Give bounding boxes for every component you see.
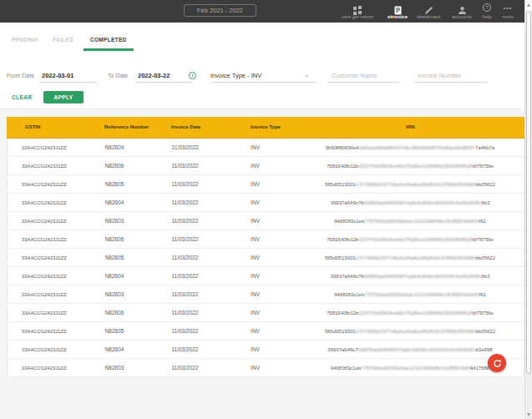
cell-invoice-type: INV	[246, 310, 296, 316]
nav-label: more	[489, 14, 527, 19]
cell-invoice-type: INV	[246, 255, 296, 260]
table-row[interactable]: 33AACCG2423J1ZZ N82606 11/03/2022 INV 75…	[7, 230, 524, 249]
apply-button[interactable]: APPLY	[43, 91, 84, 103]
scrollbar-thumb[interactable]	[526, 12, 531, 374]
cell-invoice-date: 11/03/2022	[167, 236, 246, 242]
cell-reference-number: N82605	[101, 181, 168, 187]
refresh-fab[interactable]	[488, 354, 506, 372]
period-selector[interactable]: Feb 2021 - 2022	[184, 4, 256, 17]
cell-invoice-date: 11/03/2022	[167, 163, 246, 169]
cell-invoice-date: 11/03/2022	[167, 218, 246, 224]
tab-pending[interactable]: PENDING	[12, 37, 38, 43]
table-row[interactable]: 33AACCG2423J1ZZ N82606 11/03/2022 INV 75…	[7, 304, 524, 322]
table-header: GSTIN Reference Number Invoice Date Invo…	[7, 117, 524, 139]
cell-gstin: 33AACCG2423J1ZZ	[8, 274, 101, 279]
cell-reference-number: N82603	[101, 218, 168, 224]
table-row[interactable]: 33AACCG2423J1ZZ N82605 11/03/2022 INV 56…	[7, 249, 524, 267]
more-dots-icon: •••	[489, 3, 527, 13]
cell-gstin: 33AACCG2423J1ZZ	[8, 347, 101, 352]
invoice-type-select[interactable]: Invoice Type - INV ▼	[210, 72, 317, 83]
table-row[interactable]: 33AACCG2423J1ZZ N82609 21/03/2022 INV 9b…	[7, 139, 524, 157]
cell-reference-number: N82606	[101, 163, 168, 169]
table-row[interactable]: 33AACCG2423J1ZZ N82605 11/03/2022 INV 56…	[7, 322, 524, 341]
scroll-down-icon[interactable]	[527, 413, 530, 416]
cell-gstin: 33AACCG2423J1ZZ	[8, 292, 101, 297]
cell-gstin: 33AACCG2423J1ZZ	[8, 182, 101, 187]
cell-irn: 7581640fb12b2237f7ad05b6ba96d7f5df5a1035…	[296, 164, 524, 169]
col-invoice-type: Invoice Type	[246, 124, 296, 129]
nav-label: new gst return	[338, 14, 377, 19]
cell-gstin: 33AACCG2423J1ZZ	[8, 200, 101, 205]
to-date-label: To Date	[108, 73, 128, 78]
nav-more[interactable]: ••• more	[489, 3, 527, 19]
cell-reference-number: N82604	[101, 346, 168, 352]
table-body: 33AACCG2423J1ZZ N82609 21/03/2022 INV 9b…	[7, 139, 524, 377]
table-row[interactable]: 33AACCG2423J1ZZ N82604 11/03/2022 INV 39…	[7, 267, 524, 285]
cell-invoice-date: 11/03/2022	[167, 255, 246, 260]
table-row[interactable]: 33AACCG2423J1ZZ N82603 11/03/2022 INV 94…	[7, 359, 524, 377]
invoice-number-input[interactable]: Invoice Number	[415, 72, 487, 83]
cell-reference-number: N82604	[101, 199, 168, 205]
customer-name-input[interactable]: Customer Name	[327, 72, 399, 83]
table-row[interactable]: 33AACCG2423J1ZZ N82606 11/03/2022 INV 75…	[7, 157, 524, 175]
cell-reference-number: N82609	[101, 144, 168, 150]
cell-reference-number: N82606	[101, 310, 168, 316]
cell-reference-number: N82604	[101, 273, 168, 279]
cell-gstin: 33AACCG2423J1ZZ	[8, 366, 101, 371]
col-reference-number: Reference Number	[100, 124, 167, 129]
table-row[interactable]: 33AACCG2423J1ZZ N82603 11/03/2022 INV 94…	[7, 285, 524, 304]
table-row[interactable]: 33AACCG2423J1ZZ N82605 11/03/2022 INV 56…	[7, 175, 524, 194]
table-row[interactable]: 33AACCG2423J1ZZ N82604 11/03/2022 INV 39…	[7, 341, 524, 359]
cell-invoice-date: 11/03/2022	[167, 310, 246, 316]
cell-invoice-type: INV	[246, 346, 296, 352]
cell-irn: 565d051300117573585a7977d6a3e45a8ea96d51…	[296, 329, 524, 334]
cell-invoice-type: INV	[246, 365, 296, 371]
cell-irn: 94683ff3c1eb77575b6ad5939fa5ae11310394f9…	[296, 219, 524, 224]
cell-invoice-type: INV	[246, 273, 296, 279]
cell-invoice-date: 21/03/2022	[167, 144, 246, 150]
cell-invoice-date: 11/03/2022	[167, 291, 246, 297]
einvoice-app: Feb 2021 - 2022 new gst return einvoice …	[0, 0, 532, 419]
clear-button[interactable]: CLEAR	[12, 94, 32, 100]
table-row[interactable]: 33AACCG2423J1ZZ N82604 11/03/2022 INV 39…	[7, 194, 524, 212]
cell-gstin: 33AACCG2423J1ZZ	[8, 329, 101, 334]
cell-invoice-type: INV	[246, 291, 296, 297]
cell-invoice-date: 11/03/2022	[167, 273, 246, 279]
cell-reference-number: N82603	[101, 291, 168, 297]
cell-reference-number: N82603	[101, 365, 168, 371]
table-row[interactable]: 33AACCG2423J1ZZ N82603 11/03/2022 INV 94…	[7, 212, 524, 230]
cell-irn: 565d051300117573585a7977d6a3e45a8ea96d51…	[296, 255, 524, 260]
to-date-input[interactable]: 2022-03-22	[135, 72, 192, 83]
cell-irn: 9b90880936e44a5aaa68a8d89197d6c38d908d4f…	[296, 145, 524, 150]
invoice-type-value: Invoice Type - INV	[210, 72, 261, 79]
col-gstin: GSTIN	[7, 124, 100, 129]
cell-gstin: 33AACCG2423J1ZZ	[8, 255, 101, 260]
invoice-table: GSTIN Reference Number Invoice Date Invo…	[7, 117, 524, 377]
col-irn: IRN	[296, 124, 524, 129]
cell-reference-number: N82605	[101, 328, 168, 334]
cell-invoice-type: INV	[246, 199, 296, 205]
filter-panel: PENDING FAILED COMPLETED From Date 2022-…	[0, 23, 525, 108]
cell-gstin: 33AACCG2423J1ZZ	[8, 310, 101, 316]
info-icon[interactable]: i	[189, 72, 196, 79]
cell-gstin: 33AACCG2423J1ZZ	[8, 164, 101, 169]
cell-reference-number: N82605	[101, 255, 168, 260]
cell-invoice-date: 11/03/2022	[167, 346, 246, 352]
from-date-input[interactable]: 2022-03-01	[39, 72, 98, 83]
scroll-up-button[interactable]	[525, 0, 532, 10]
tab-completed[interactable]: COMPLETED	[84, 37, 134, 51]
cell-reference-number: N82606	[101, 236, 168, 242]
topbar: Feb 2021 - 2022 new gst return einvoice …	[0, 0, 525, 23]
nav-new-gst-return[interactable]: new gst return	[338, 3, 377, 19]
cell-irn: 565d051300117573585a7977d6a3e45a8ea96d51…	[296, 182, 524, 187]
grid-icon	[338, 3, 377, 13]
from-date-label: From Date	[7, 73, 34, 78]
cell-invoice-date: 11/03/2022	[167, 181, 246, 187]
cell-irn: 39937a649c76fd9855aa94f0993f7aa9c5d996c3…	[296, 274, 524, 279]
cell-invoice-date: 11/03/2022	[167, 328, 246, 334]
cell-invoice-type: INV	[246, 218, 296, 224]
tab-failed[interactable]: FAILED	[53, 37, 73, 43]
cell-irn: 7581640fb12b2237f7ad05b6ba96d7f5df5a1035…	[296, 237, 524, 242]
cell-gstin: 33AACCG2423J1ZZ	[8, 145, 101, 150]
scrollbar[interactable]	[524, 0, 532, 419]
